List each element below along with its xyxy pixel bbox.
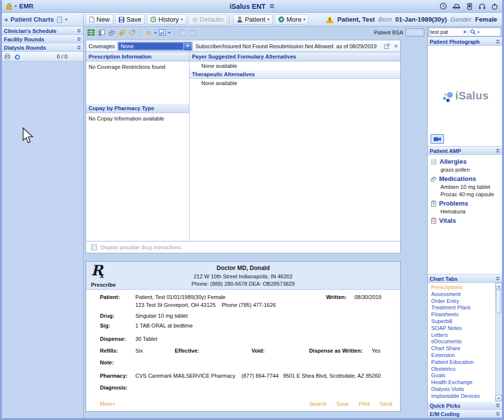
search-dropdown-icon[interactable]: ▾ [477,30,479,34]
pill-icon[interactable] [118,29,126,37]
chart-tab-item[interactable]: Goals [431,372,495,379]
patient-dropdown-icon[interactable]: ▾ [267,17,269,22]
expand-chevron-icon[interactable] [77,29,81,33]
amp-collapse-icon[interactable] [496,149,500,153]
save-label: Save [126,16,141,23]
power-icon[interactable] [491,3,498,10]
medications-section-title[interactable]: Medications [429,174,501,183]
tag-icon[interactable] [128,29,137,37]
chart-tab-item[interactable]: Treatment Plans [431,304,495,311]
patient-button[interactable]: Patient ▾ [233,14,273,25]
medication-item[interactable]: Ambien 10 mg tablet [429,183,501,191]
interactions-footer: Display possible drug interactions. [86,241,401,253]
chart-tab-item[interactable]: eDocuments [431,338,495,345]
scroll-down-icon[interactable]: ▼ [496,395,502,401]
sidebar-section-header[interactable]: Dialysis Rounds [2,43,83,52]
medication-item[interactable]: Prozac 40 mg capsule [429,191,501,198]
camera-button[interactable] [431,134,444,144]
lock-icon[interactable] [6,3,12,10]
chart-tab-item[interactable]: Superbill [431,318,495,325]
problem-item[interactable]: Hematuria [429,208,501,215]
prescription-action-link[interactable]: Print [359,401,370,407]
lock-dropdown-icon[interactable]: ▾ [15,4,17,8]
favorites-star-icon[interactable]: ★ [144,29,153,37]
quick-picks-collapse-icon[interactable] [496,403,500,408]
clear-search-icon[interactable]: × [463,29,467,35]
chart-tab-item[interactable]: Extension [431,352,495,359]
history-button[interactable]: History ▾ [147,14,186,25]
chart-tab-item[interactable]: Prescriptions [431,284,495,291]
headset-icon[interactable] [478,3,486,10]
favorites-dropdown-icon[interactable]: ▾ [155,30,157,35]
patient-photograph-header[interactable]: Patient Photograph [428,37,502,46]
em-coding-header[interactable]: E/M Coding [428,410,502,418]
chart-tabs-header[interactable]: Chart Tabs [428,274,502,283]
sidebar-section-header[interactable]: Facility Rounds [2,35,83,43]
grid-save-icon[interactable] [87,29,95,37]
car-icon[interactable] [452,3,461,9]
prescription-action-link[interactable]: Send [379,401,392,407]
chart-tab-item[interactable]: Dialysis Visits [431,386,495,393]
search-icon[interactable] [470,29,476,35]
chart-tab-item[interactable]: Order Entry [431,298,495,305]
paperclip-icon[interactable] [107,29,116,37]
scrollbar-thumb[interactable] [496,290,502,313]
coverage-restrictions-text: No Coverage Restrictions found [86,61,189,104]
chart-tab-item[interactable]: Chart Share [431,345,495,352]
allergies-section-title[interactable]: Allergies [429,156,501,166]
close-coverage-icon[interactable]: × [394,42,398,50]
hamburger-menu-icon[interactable]: ≡ [270,2,275,10]
chart-tab-item[interactable]: Obstetrics [431,366,495,373]
expand-chevron-icon[interactable] [77,37,81,42]
patient-search-input[interactable] [430,29,462,35]
chart-tab-item[interactable]: Patient Education [431,359,495,366]
scroll-up-icon[interactable]: ▲ [496,283,502,289]
drug-interactions-checkbox[interactable] [91,244,97,250]
print-icon[interactable] [4,53,11,60]
warning-icon[interactable]: ! [326,16,334,23]
chart-tab-item[interactable]: Flowsheets [431,311,495,318]
more-link[interactable]: More+ [100,401,116,407]
quick-picks-header[interactable]: Quick Picks [428,401,502,410]
new-button[interactable]: New [86,14,113,25]
report-dropdown-icon[interactable]: ▾ [168,30,170,35]
em-coding-collapse-icon[interactable] [496,412,500,417]
collapse-sidebar-icon[interactable]: « [4,16,8,23]
vitals-section-title[interactable]: Vitals [429,215,501,225]
chart-tab-item[interactable]: Letters [431,332,495,339]
report-icon[interactable] [158,29,167,37]
prescription-footer: More+ SearchSavePrintSend [100,401,395,409]
coverages-select[interactable]: None ▼ [118,42,192,51]
patient-amp-header[interactable]: Patient AMP [428,147,502,155]
refresh-icon[interactable] [14,53,21,60]
popout-icon[interactable] [384,43,390,49]
photo-collapse-icon[interactable] [496,39,500,44]
chart-tabs-collapse-icon[interactable] [496,276,500,281]
chart-tabs-scrollbar[interactable]: ▲ ▼ [495,283,502,401]
more-dropdown-icon[interactable]: ▾ [303,17,305,22]
problems-section-title[interactable]: Problems [429,198,501,208]
prescription-action-link[interactable]: Search [310,401,327,407]
notebook-icon[interactable] [56,16,63,23]
save-button[interactable]: Save [115,14,145,25]
allergy-item[interactable]: grass pollen [429,166,501,174]
drug-label: Drug: [100,313,135,319]
chart-tabs-panel: PrescriptionsAssessmentOrder EntryTreatm… [428,283,502,401]
more-button[interactable]: More ▾ [275,14,309,25]
patient-chart-icon[interactable] [97,29,106,37]
phone-icon[interactable] [466,3,473,10]
prescription-action-link[interactable]: Save [337,401,349,407]
coverages-select-arrow-icon[interactable]: ▼ [184,42,191,50]
charts-dropdown-icon[interactable]: ▾ [65,17,67,22]
patient-charts-label[interactable]: Patient Charts [10,16,54,23]
history-dropdown-icon[interactable]: ▾ [181,17,183,22]
patient-bsa-input[interactable] [406,29,424,36]
defaults-button: Defaults [189,14,227,25]
chart-tab-item[interactable]: Assessment [431,291,495,298]
chart-tab-item[interactable]: Implantable Devices [431,393,495,400]
sidebar-section-header[interactable]: Clinician's Schedule [2,27,83,35]
expand-chevron-icon[interactable] [77,45,81,50]
chart-tab-item[interactable]: Health Exchange [431,379,495,386]
clock-icon[interactable] [440,2,447,10]
chart-tab-item[interactable]: SOAP Notes [431,325,495,332]
